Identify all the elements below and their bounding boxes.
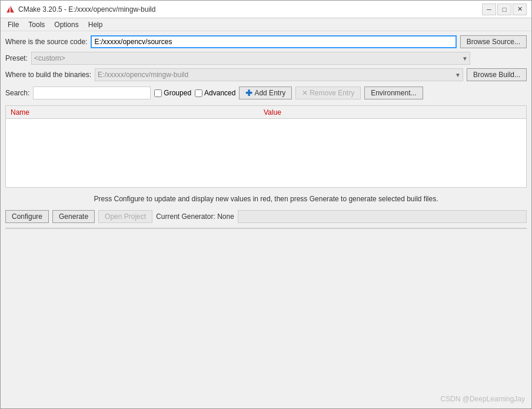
menu-file[interactable]: File <box>3 19 24 30</box>
status-bar: Press Configure to update and display ne… <box>5 192 527 205</box>
add-entry-button[interactable]: ✚ Add Entry <box>239 87 292 99</box>
advanced-label: Advanced <box>204 89 235 97</box>
generate-button[interactable]: Generate <box>52 210 95 223</box>
menu-help[interactable]: Help <box>84 19 108 30</box>
title-bar-left: CMake 3.20.5 - E:/xxxx/opencv/mingw-buil… <box>5 5 155 14</box>
configure-button[interactable]: Configure <box>5 210 49 223</box>
cmake-icon <box>5 5 15 14</box>
toolbar-row: Search: Grouped Advanced ✚ Add Entry ✕ R… <box>5 85 527 101</box>
preset-row: Preset: <custom> ▼ <box>5 51 527 65</box>
window-title: CMake 3.20.5 - E:/xxxx/opencv/mingw-buil… <box>18 5 155 14</box>
remove-entry-button[interactable]: ✕ Remove Entry <box>295 87 361 99</box>
preset-label: Preset: <box>5 54 28 62</box>
source-row: Where is the source code: Browse Source.… <box>5 35 527 49</box>
build-select[interactable]: E:/xxxxx/opencv/mingw-build <box>95 68 463 81</box>
title-bar-controls: ─ □ ✕ <box>482 4 527 15</box>
maximize-button[interactable]: □ <box>497 4 511 15</box>
source-input[interactable] <box>91 35 456 48</box>
table-value-header: Value <box>259 108 526 117</box>
search-input[interactable] <box>33 87 151 99</box>
title-bar: CMake 3.20.5 - E:/xxxx/opencv/mingw-buil… <box>1 1 531 18</box>
remove-entry-label: Remove Entry <box>310 89 354 97</box>
build-row: Where to build the binaries: E:/xxxxx/op… <box>5 68 527 82</box>
build-label: Where to build the binaries: <box>5 71 91 79</box>
menu-options[interactable]: Options <box>49 19 83 30</box>
preset-select[interactable]: <custom> <box>31 52 470 65</box>
current-generator-label: Current Generator: None <box>156 212 234 221</box>
search-label: Search: <box>5 89 29 97</box>
plus-icon: ✚ <box>245 88 252 98</box>
browse-build-button[interactable]: Browse Build... <box>467 68 527 81</box>
main-content: Where is the source code: Browse Source.… <box>1 31 531 232</box>
table-body <box>6 119 526 188</box>
close-button[interactable]: ✕ <box>513 4 527 15</box>
add-entry-label: Add Entry <box>254 89 285 97</box>
grouped-checkbox-label[interactable]: Grouped <box>154 89 191 97</box>
log-area[interactable] <box>5 228 527 229</box>
watermark: CSDN @DeepLearningJay <box>440 395 525 403</box>
preset-select-wrapper: <custom> ▼ <box>31 52 470 65</box>
menu-bar: File Tools Options Help <box>1 18 531 31</box>
status-message: Press Configure to update and display ne… <box>94 195 438 203</box>
environment-button[interactable]: Environment... <box>364 87 423 99</box>
source-label: Where is the source code: <box>5 38 87 46</box>
table-header: Name Value <box>6 106 526 119</box>
progress-bar <box>238 210 527 223</box>
action-buttons: Configure Generate Open Project Current … <box>5 210 527 223</box>
advanced-checkbox-label[interactable]: Advanced <box>195 89 235 97</box>
advanced-checkbox[interactable] <box>195 89 202 97</box>
grouped-label: Grouped <box>164 89 191 97</box>
minimize-button[interactable]: ─ <box>482 4 496 15</box>
x-icon: ✕ <box>302 89 308 97</box>
menu-tools[interactable]: Tools <box>24 19 49 30</box>
browse-source-button[interactable]: Browse Source... <box>460 35 527 48</box>
table-name-header: Name <box>6 108 259 117</box>
table-area: Name Value <box>5 105 527 188</box>
grouped-checkbox[interactable] <box>154 89 162 97</box>
build-select-wrapper: E:/xxxxx/opencv/mingw-build ▼ <box>95 68 463 81</box>
open-project-button[interactable]: Open Project <box>98 210 152 223</box>
